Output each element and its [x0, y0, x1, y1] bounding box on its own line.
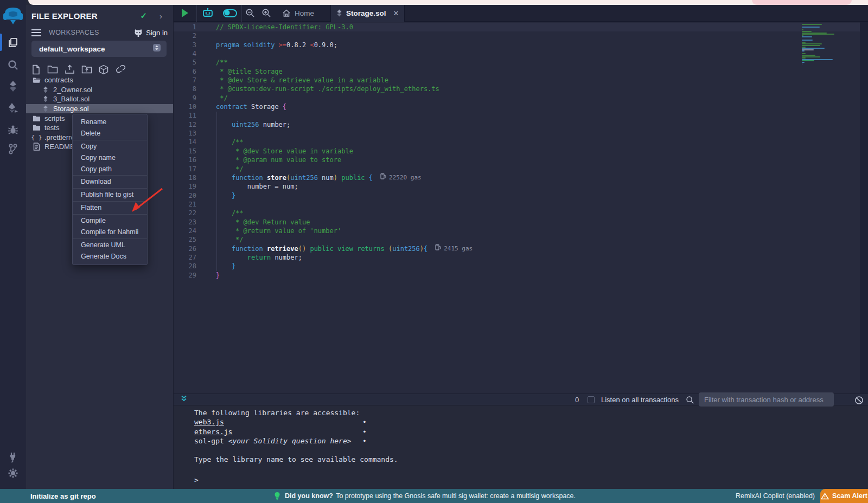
zoom-out-button[interactable] — [244, 5, 257, 22]
copilot-status[interactable]: RemixAI Copilot (enabled) — [736, 492, 815, 500]
listen-transactions-checkbox[interactable] — [588, 396, 595, 403]
link-icon[interactable] — [115, 65, 126, 76]
upload-folder-icon[interactable] — [81, 65, 92, 76]
gas-pump-icon — [380, 173, 386, 182]
line-number[interactable]: 18 — [174, 173, 205, 182]
terminal[interactable]: The following libraries are accessible:•… — [174, 405, 868, 489]
ai-copilot-button[interactable] — [197, 5, 219, 22]
terminal-link[interactable]: ethers.js — [194, 428, 232, 436]
line-number[interactable]: 25 — [174, 235, 205, 244]
remix-logo-icon[interactable] — [2, 5, 24, 29]
upload-files-icon[interactable] — [65, 65, 75, 76]
line-number[interactable]: 14 — [174, 138, 205, 146]
tab-storage-sol[interactable]: Storage.sol ✕ — [330, 5, 405, 22]
check-icon[interactable]: ✓ — [140, 11, 147, 21]
zoom-in-button[interactable] — [260, 5, 273, 22]
line-number[interactable]: 3 — [174, 41, 205, 49]
tree-item-2-owner-sol[interactable]: 2_Owner.sol — [26, 85, 173, 95]
context-menu-item-publish-file-to-gist[interactable]: Publish file to gist — [73, 189, 147, 201]
file-actions-toolbar — [31, 65, 126, 76]
line-number[interactable]: 19 — [174, 182, 205, 191]
new-file-icon[interactable] — [31, 65, 41, 76]
code-area: 1// SPDX-License-Identifier: GPL-3.023pr… — [174, 23, 860, 280]
line-number[interactable]: 2 — [174, 31, 205, 40]
line-number[interactable]: 6 — [174, 67, 205, 76]
code-text: */ — [205, 165, 244, 173]
activity-debugger-icon[interactable] — [0, 120, 26, 139]
code-text: number = num; — [205, 182, 298, 191]
editor-minimap[interactable] — [802, 24, 844, 65]
transaction-filter-input[interactable] — [699, 392, 834, 407]
activity-search-icon[interactable] — [0, 56, 26, 74]
context-menu-item-delete[interactable]: Delete — [73, 128, 147, 139]
context-menu-item-download[interactable]: Download — [73, 176, 147, 188]
bullet: • — [362, 427, 367, 436]
terminal-prompt[interactable]: > — [179, 476, 199, 484]
github-sign-in-button[interactable]: Sign in — [133, 29, 168, 37]
context-menu-item-copy-path[interactable]: Copy path — [73, 164, 147, 175]
line-number[interactable]: 12 — [174, 120, 205, 129]
activity-settings-icon[interactable] — [0, 464, 26, 482]
context-menu-item-copy-name[interactable]: Copy name — [73, 152, 147, 164]
line-number[interactable]: 11 — [174, 111, 205, 120]
line-number[interactable]: 23 — [174, 218, 205, 227]
line-number[interactable]: 7 — [174, 76, 205, 85]
workspace-select[interactable]: default_workspace — [31, 41, 167, 57]
copilot-toggle[interactable] — [219, 5, 241, 22]
line-number[interactable]: 29 — [174, 271, 205, 280]
code-text: function retrieve() public view returns … — [205, 244, 427, 253]
workspaces-menu-icon[interactable] — [31, 29, 41, 36]
tab-close-icon[interactable]: ✕ — [393, 9, 399, 17]
context-menu-item-generate-uml[interactable]: Generate UML — [73, 240, 147, 251]
context-menu-item-copy[interactable]: Copy — [73, 141, 147, 152]
file-context-menu: RenameDeleteCopyCopy nameCopy pathDownlo… — [72, 114, 148, 265]
did-you-know-tip: Did you know? To prototype using the Gno… — [274, 492, 576, 500]
init-git-repo-button[interactable]: Initialize as git repo — [30, 492, 96, 500]
line-number[interactable]: 5 — [174, 58, 205, 67]
line-number[interactable]: 8 — [174, 85, 205, 93]
activity-deploy-run-icon[interactable] — [0, 99, 26, 117]
activity-plugin-manager-icon[interactable] — [0, 448, 26, 466]
ipfs-cube-icon[interactable] — [99, 65, 108, 76]
line-number[interactable]: 21 — [174, 200, 205, 209]
activity-file-explorer-icon[interactable] — [0, 34, 26, 52]
tree-item-contracts[interactable]: contracts — [26, 75, 173, 85]
line-number[interactable]: 24 — [174, 227, 205, 235]
new-folder-icon[interactable] — [47, 65, 58, 76]
code-editor[interactable]: 1// SPDX-License-Identifier: GPL-3.023pr… — [174, 22, 868, 394]
code-text: * @title Storage — [205, 67, 283, 76]
line-number[interactable]: 27 — [174, 253, 205, 262]
line-number[interactable]: 4 — [174, 49, 205, 58]
terminal-link[interactable]: web3.js — [194, 418, 224, 426]
context-menu-item-compile-for-nahmii[interactable]: Compile for Nahmii — [73, 227, 147, 238]
clear-console-icon[interactable] — [854, 396, 864, 407]
line-number[interactable]: 13 — [174, 129, 205, 138]
tree-item-storage-sol[interactable]: Storage.sol — [26, 104, 173, 114]
line-number[interactable]: 22 — [174, 209, 205, 217]
home-tab-label: Home — [295, 9, 314, 17]
terminal-expand-icon[interactable] — [180, 395, 188, 404]
line-number[interactable]: 26 — [174, 244, 205, 253]
scam-alert-button[interactable]: Scam Alert — [820, 489, 868, 503]
context-menu-item-generate-docs[interactable]: Generate Docs — [73, 251, 147, 262]
context-menu-item-compile[interactable]: Compile — [73, 215, 147, 227]
line-number[interactable]: 9 — [174, 94, 205, 102]
context-menu-item-rename[interactable]: Rename — [73, 117, 147, 128]
tree-item-3-ballot-sol[interactable]: 3_Ballot.sol — [26, 94, 173, 104]
line-number[interactable]: 10 — [174, 102, 205, 111]
activity-solidity-compiler-icon[interactable] — [0, 77, 26, 95]
terminal-search-icon[interactable] — [686, 396, 694, 407]
tab-home[interactable]: Home — [275, 5, 323, 22]
run-script-button[interactable] — [174, 5, 196, 22]
line-number[interactable]: 1 — [174, 23, 205, 31]
workspaces-label: WORKSPACES — [49, 29, 99, 36]
chevron-right-icon[interactable]: › — [159, 11, 162, 21]
line-number[interactable]: 28 — [174, 262, 205, 270]
activity-git-icon[interactable] — [0, 140, 26, 158]
line-number[interactable]: 15 — [174, 147, 205, 156]
context-menu-item-flatten[interactable]: Flatten — [73, 202, 147, 214]
menu-divider — [73, 175, 147, 176]
line-number[interactable]: 20 — [174, 191, 205, 200]
line-number[interactable]: 16 — [174, 156, 205, 164]
line-number[interactable]: 17 — [174, 165, 205, 173]
